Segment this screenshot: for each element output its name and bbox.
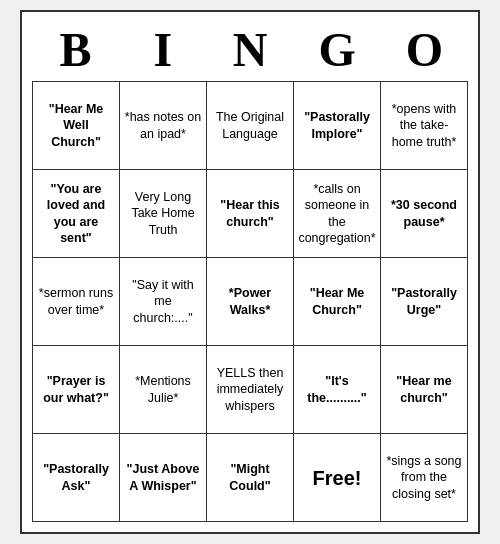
- bingo-cell-5: "You are loved and you are sent": [33, 170, 120, 258]
- bingo-cell-11: "Say it with me church:....": [120, 258, 207, 346]
- bingo-cell-4: *opens with the take-home truth*: [381, 82, 468, 170]
- bingo-cell-22: "Might Could": [207, 434, 294, 522]
- bingo-cell-23: Free!: [294, 434, 381, 522]
- bingo-letter-b: B: [34, 22, 118, 77]
- bingo-cell-12: *Power Walks*: [207, 258, 294, 346]
- bingo-cell-18: "It's the..........": [294, 346, 381, 434]
- bingo-letter-i: I: [121, 22, 205, 77]
- bingo-card: BINGO "Hear Me Well Church"*has notes on…: [20, 10, 480, 534]
- bingo-cell-0: "Hear Me Well Church": [33, 82, 120, 170]
- bingo-cell-10: *sermon runs over time*: [33, 258, 120, 346]
- bingo-cell-21: "Just Above A Whisper": [120, 434, 207, 522]
- bingo-letter-o: O: [382, 22, 466, 77]
- bingo-cell-8: *calls on someone in the congregation*: [294, 170, 381, 258]
- bingo-cell-13: "Hear Me Church": [294, 258, 381, 346]
- bingo-cell-3: "Pastorally Implore": [294, 82, 381, 170]
- bingo-cell-1: *has notes on an ipad*: [120, 82, 207, 170]
- bingo-letter-g: G: [295, 22, 379, 77]
- bingo-cell-15: "Prayer is our what?": [33, 346, 120, 434]
- bingo-cell-2: The Original Language: [207, 82, 294, 170]
- bingo-cell-16: *Mentions Julie*: [120, 346, 207, 434]
- bingo-cell-17: YELLS then immediately whispers: [207, 346, 294, 434]
- bingo-header: BINGO: [32, 22, 468, 77]
- bingo-cell-20: "Pastorally Ask": [33, 434, 120, 522]
- bingo-cell-19: "Hear me church": [381, 346, 468, 434]
- bingo-cell-14: "Pastorally Urge": [381, 258, 468, 346]
- bingo-cell-7: "Hear this church": [207, 170, 294, 258]
- bingo-letter-n: N: [208, 22, 292, 77]
- bingo-grid: "Hear Me Well Church"*has notes on an ip…: [32, 81, 468, 522]
- bingo-cell-24: *sings a song from the closing set*: [381, 434, 468, 522]
- bingo-cell-9: *30 second pause*: [381, 170, 468, 258]
- bingo-cell-6: Very Long Take Home Truth: [120, 170, 207, 258]
